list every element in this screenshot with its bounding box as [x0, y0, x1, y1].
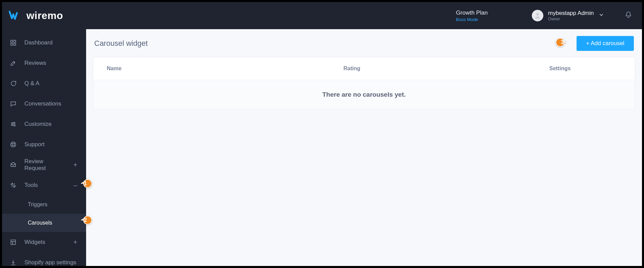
lifebuoy-icon [9, 141, 17, 148]
plan-info[interactable]: Growth Plan Boss Mode [456, 9, 488, 22]
sidebar-item-qa[interactable]: Q & A [2, 73, 86, 94]
svg-point-9 [12, 143, 15, 146]
svg-rect-3 [11, 43, 13, 45]
plan-name: Growth Plan [456, 9, 488, 16]
sidebar-item-label: Shopify app settings [24, 259, 79, 266]
column-settings: Settings [549, 65, 621, 72]
chat-icon [9, 80, 17, 87]
sidebar-item-label: Review Request [24, 158, 64, 172]
svg-point-0 [536, 13, 539, 16]
download-icon [9, 259, 17, 266]
add-carousel-label: + Add carousel [586, 40, 624, 47]
plan-mode: Boss Mode [456, 17, 478, 22]
envelope-icon [9, 161, 17, 169]
notifications-bell-icon[interactable] [624, 11, 632, 20]
sidebar-item-label: Q & A [24, 80, 79, 87]
sidebar-item-label: Conversations [24, 100, 79, 107]
sidebar-item-triggers[interactable]: Triggers [2, 195, 86, 214]
sidebar-item-reviews[interactable]: Reviews [2, 53, 86, 73]
sidebar-item-label: Carousels [28, 220, 79, 226]
sidebar-item-label: Customize [24, 121, 79, 128]
main-content: Carousel widget + Add carousel Name Rati… [86, 29, 642, 266]
sidebar-item-tools[interactable]: Tools – [2, 175, 86, 195]
tools-icon [9, 181, 17, 189]
svg-rect-4 [14, 43, 16, 45]
sidebar-item-label: Widgets [24, 239, 64, 246]
svg-point-5 [14, 122, 15, 123]
app-header: wiremo Growth Plan Boss Mode mybestapp A… [2, 2, 642, 29]
sidebar-item-label: Support [24, 141, 79, 148]
dashboard-icon [9, 39, 17, 46]
sidebar-item-carousels[interactable]: Carousels [2, 214, 86, 232]
sidebar-item-label: Triggers [28, 202, 79, 208]
column-rating: Rating [343, 65, 549, 72]
table-header: Name Rating Settings [93, 57, 635, 80]
expand-icon: + [72, 161, 79, 169]
comment-icon [9, 100, 17, 108]
sidebar-item-label: Dashboard [24, 39, 79, 46]
chevron-down-icon [599, 12, 604, 19]
add-carousel-button[interactable]: + Add carousel [577, 36, 634, 51]
sidebar-item-label: Tools [24, 182, 64, 189]
user-role: Owner [548, 17, 594, 21]
sidebar-item-widgets[interactable]: Widgets + [2, 232, 86, 252]
collapse-icon: – [72, 181, 79, 189]
sidebar-item-conversations[interactable]: Conversations [2, 94, 86, 114]
edit-icon [9, 59, 17, 67]
sidebar-item-label: Reviews [24, 60, 79, 66]
user-menu[interactable]: mybestapp Admin Owner [532, 10, 604, 21]
page-title: Carousel widget [94, 39, 148, 48]
carousels-table: Name Rating Settings There are no carous… [93, 57, 635, 110]
avatar-icon [532, 10, 543, 21]
empty-state-message: There are no carousels yet. [93, 80, 635, 109]
sidebar: Dashboard Reviews Q & A Conversations Cu… [2, 29, 86, 266]
column-name: Name [107, 65, 343, 72]
sidebar-item-dashboard[interactable]: Dashboard [2, 33, 86, 53]
user-name: mybestapp Admin [548, 10, 594, 17]
brand-logo-icon [9, 9, 21, 22]
sidebar-item-support[interactable]: Support [2, 134, 86, 155]
svg-rect-1 [11, 40, 13, 42]
svg-rect-2 [14, 40, 16, 42]
sidebar-item-review-request[interactable]: Review Request + [2, 155, 86, 175]
sidebar-item-customize[interactable]: Customize [2, 114, 86, 134]
svg-point-7 [14, 125, 15, 126]
svg-rect-10 [11, 240, 15, 244]
svg-point-6 [12, 123, 13, 125]
brand-name: wiremo [26, 10, 63, 21]
sliders-icon [9, 120, 17, 128]
sidebar-item-shopify-settings[interactable]: Shopify app settings [2, 252, 86, 266]
expand-icon: + [72, 238, 79, 246]
brand[interactable]: wiremo [9, 9, 63, 22]
layout-icon [9, 238, 17, 246]
